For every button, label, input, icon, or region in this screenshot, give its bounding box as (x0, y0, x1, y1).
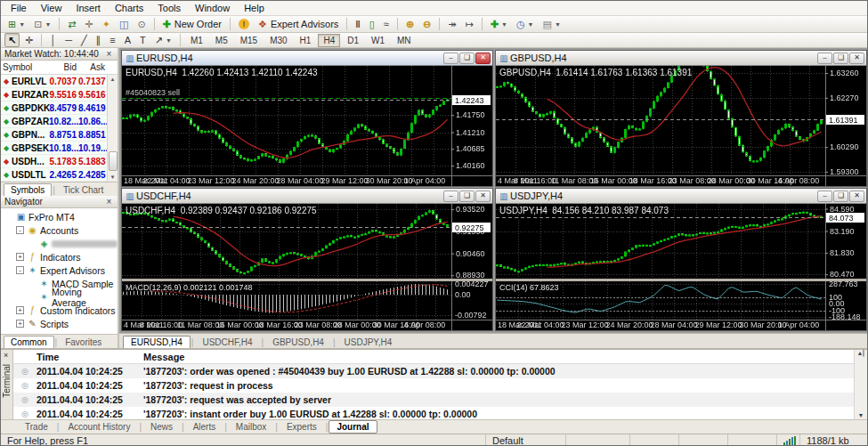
navigator-titlebar[interactable]: Navigator × (1, 196, 118, 208)
chart-window-usdjpy[interactable]: ▥ USDJPY,H4 – ❏ ✕ (495, 188, 867, 331)
market-watch-row[interactable]: ◆EURZAR9.55169.5616 (1, 88, 118, 101)
chevron-down-icon[interactable]: ▼ (19, 21, 25, 28)
minimize-icon[interactable]: – (817, 191, 832, 202)
journal-row[interactable]: ◎2011.04.04 10:24:25'1877203': request w… (13, 393, 854, 407)
expert-advisors-button[interactable]: ❖Expert Advisors (255, 17, 342, 31)
chart-window-titlebar[interactable]: ▥ GBPUSD,H4 – ❏ ✕ (496, 51, 866, 66)
journal-row[interactable]: ◎2011.04.04 10:24:25'1877203': order was… (13, 364, 854, 378)
chart-candles-button[interactable]: ▯ (366, 17, 378, 31)
templates-button[interactable]: ▤▼ (539, 17, 564, 31)
minimize-icon[interactable]: – (817, 53, 832, 64)
chart-window-gbpusd[interactable]: ▥ GBPUSD,H4 – ❏ ✕ (495, 50, 867, 187)
restore-icon[interactable]: ❏ (459, 53, 475, 64)
text-button[interactable]: A (121, 33, 134, 47)
zoom-out-button[interactable]: ⊖ (419, 17, 434, 31)
market-watch-row[interactable]: ◆GBPDKK8.45798.4619 (1, 101, 118, 115)
usdjpy-chart-canvas[interactable] (496, 204, 866, 330)
strategy-tester-button[interactable]: ⊙ (134, 17, 149, 31)
navigator-item-indicators[interactable]: +ƒIndicators (1, 250, 118, 264)
chart-window-usdchf[interactable]: ▥ USDCHF,H4 – ❏ ✕ (121, 188, 493, 331)
navigator-item-expert-advisors[interactable]: -✶Expert Advisors (1, 264, 118, 277)
navigator-item-custom-indicators[interactable]: +ƒCustom Indicators (1, 304, 118, 317)
chart-tab-eurusd-h4[interactable]: EURUSD,H4 (123, 336, 191, 348)
close-icon[interactable]: × (104, 197, 114, 207)
scroll-thumb[interactable] (109, 151, 118, 171)
minimize-icon[interactable]: – (443, 53, 458, 64)
close-icon[interactable]: ✕ (849, 53, 864, 64)
timeframe-h1[interactable]: H1 (295, 34, 317, 47)
terminal-tab-alerts[interactable]: Alerts (185, 420, 224, 434)
chevron-down-icon[interactable]: ▼ (166, 37, 172, 44)
market-watch-scrollbar[interactable]: ▲ ▼ (107, 75, 118, 182)
navigator-toggle-button[interactable]: ✦ (99, 17, 114, 31)
market-watch-row[interactable]: ◆GBPN...8.87518.8851 (1, 128, 118, 142)
navigator-item-moving-average[interactable]: ✶Moving Average (1, 290, 118, 304)
text-label-button[interactable]: T (136, 33, 150, 47)
tree-expander-icon[interactable]: + (16, 306, 24, 314)
scroll-down-icon[interactable]: ▼ (855, 412, 867, 418)
timeframe-mn[interactable]: MN (392, 34, 417, 47)
chart-window-titlebar[interactable]: ▥ USDCHF,H4 – ❏ ✕ (122, 189, 492, 204)
close-icon[interactable]: × (104, 49, 114, 59)
chevron-down-icon[interactable]: ▼ (528, 21, 534, 28)
restore-icon[interactable]: ❏ (833, 53, 848, 64)
terminal-tab-news[interactable]: News (142, 420, 181, 434)
chevron-down-icon[interactable]: ▼ (555, 21, 561, 28)
chart-tab-gbpusd-h4[interactable]: GBPUSD,H4 (264, 336, 332, 348)
trendline-button[interactable]: ╱ (77, 33, 91, 47)
timeframe-m5[interactable]: M5 (210, 34, 233, 47)
column-ask[interactable]: Ask (78, 62, 107, 72)
terminal-tab-journal[interactable]: Journal (329, 420, 377, 434)
status-profile[interactable]: Default (485, 434, 565, 446)
tab-common[interactable]: Common (4, 336, 54, 348)
vertical-line-button[interactable]: │ (46, 33, 60, 47)
close-icon[interactable]: ✕ (475, 191, 491, 202)
restore-icon[interactable]: ❏ (459, 191, 475, 202)
new-order-button[interactable]: ✚New Order (159, 17, 225, 31)
chart-tab-usdjpy-h4[interactable]: USDJPY,H4 (337, 336, 401, 348)
indicators-button[interactable]: ✚▼ (487, 17, 511, 31)
zoom-in-button[interactable]: ⊕ (402, 17, 418, 31)
journal-header[interactable]: Time Message (13, 350, 854, 364)
journal-scrollbar[interactable]: ▲ ▼ (854, 350, 867, 419)
scroll-thumb[interactable] (863, 349, 864, 357)
eurusd-chart-canvas[interactable] (122, 66, 492, 186)
timeframe-w1[interactable]: W1 (366, 34, 390, 47)
fibonacci-button[interactable]: ≡ (106, 33, 118, 47)
terminal-tab-mailbox[interactable]: Mailbox (228, 420, 274, 434)
navigator-item-account[interactable]: ◈ (1, 237, 118, 250)
navigator-item-scripts[interactable]: +✎Scripts (1, 317, 118, 330)
timeframe-m30[interactable]: M30 (264, 34, 292, 47)
market-watch-header[interactable]: Symbol Bid Ask (1, 61, 118, 75)
chevron-down-icon[interactable]: ▼ (45, 21, 51, 28)
chart-tab-usdchf-h4[interactable]: USDCHF,H4 (194, 336, 260, 348)
market-watch-row[interactable]: ◆USDH...5.17835.1883 (1, 155, 118, 168)
market-watch-toggle-button[interactable]: ⇄ (64, 17, 79, 31)
chevron-down-icon[interactable]: ▼ (501, 21, 507, 28)
gbpusd-chart-canvas[interactable] (496, 66, 866, 186)
chart-window-titlebar[interactable]: ▥ EURUSD,H4 – ❏ ✕ (122, 51, 492, 66)
menu-file[interactable]: File (4, 2, 34, 14)
navigator-item-fxpro-mt4[interactable]: ▣FxPro MT4 (1, 210, 118, 223)
profiles-button[interactable]: ⊡▼ (30, 17, 54, 31)
market-watch-row[interactable]: ◆GBPZAR10.82...10.86... (1, 115, 118, 128)
terminal-tab-trade[interactable]: Trade (17, 420, 56, 434)
timeframe-d1[interactable]: D1 (342, 34, 364, 47)
usdchf-chart-canvas[interactable] (122, 204, 492, 330)
market-watch-row[interactable]: ◆USDLTL2.42652.4285 (1, 168, 118, 182)
chart-window-eurusd[interactable]: ▥ EURUSD,H4 – ❏ ✕ (121, 50, 493, 187)
menu-insert[interactable]: Insert (69, 2, 108, 14)
journal-row[interactable]: ◎2011.04.04 10:24:25'1877203': request i… (13, 378, 854, 393)
terminal-toggle-button[interactable]: ◫ (116, 17, 132, 31)
minimize-icon[interactable]: – (443, 191, 458, 202)
menu-view[interactable]: View (34, 2, 69, 14)
menu-window[interactable]: Window (188, 2, 237, 14)
crosshair-button[interactable]: ✛ (21, 33, 37, 47)
column-time[interactable]: Time (37, 352, 143, 362)
tab-favorites[interactable]: Favorites (58, 336, 109, 348)
menu-help[interactable]: Help (237, 2, 272, 14)
timeframe-m1[interactable]: M1 (185, 34, 208, 47)
column-symbol[interactable]: Symbol (1, 62, 49, 72)
periods-button[interactable]: ◷▼ (513, 17, 538, 31)
chart-line-button[interactable]: ≈ (380, 17, 393, 31)
